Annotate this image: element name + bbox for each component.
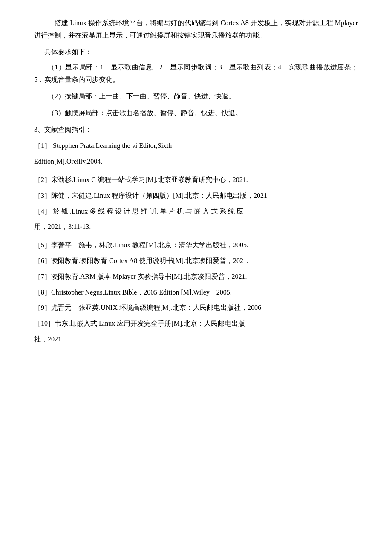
ref-2: ［2］宋劲杉.Linux C 编程一站式学习[M].北京亚嵌教育研究中心，202… [34, 174, 358, 186]
ref-1-line2: Edition[M].Oreilly,2004. [34, 156, 358, 168]
ref-10-line1: ［10］韦东山.嵌入式 Linux 应用开发完全手册[M].北京：人民邮电出版 [34, 318, 358, 330]
ref-4-line1: ［4］ 於 锋 .Linux 多 线 程 设 计 思 维 [J]. 单 片 机 … [34, 205, 358, 218]
ref-1-line1: ［1］ Stepphen Prata.Learning the vi Edito… [34, 140, 358, 152]
ref-10-line2: 社，2021. [34, 333, 358, 346]
ref-8: ［8］Christopher Negus.Linux Bible，2005 Ed… [34, 286, 358, 299]
ref-7: ［7］凌阳教育.ARM 版本 Mplayer 实验指导书[M].北京凌阳爱普，2… [34, 271, 358, 283]
paragraph-1: 搭建 Linux 操作系统环境平台，将编写好的代码烧写到 Cortex A8 开… [34, 17, 358, 42]
ref-5: ［5］李善平，施韦，林欣.Linux 教程[M].北京：清华大学出版社，2005… [34, 239, 358, 251]
ref-3: ［3］陈健，宋健建.Linux 程序设计（第四版）[M].北京：人民邮电出版，2… [34, 190, 358, 202]
paragraph-3: （1）显示局部：1．显示歌曲信息；2．显示同步歌词；3．显示歌曲列表；4．实现歌… [34, 61, 358, 86]
ref-6: ［6］凌阳教育.凌阳教育 Cortex A8 使用说明书[M].北京凌阳爱普，2… [34, 255, 358, 267]
ref-4-line2: 用，2021，3:11-13. [34, 221, 358, 233]
paragraph-4: （2）按键局部：上一曲、下一曲、暂停、静音、快进、快退。 [34, 90, 358, 103]
ref-10: ［10］韦东山.嵌入式 Linux 应用开发完全手册[M].北京：人民邮电出版 … [34, 318, 358, 346]
paragraph-5: （3）触摸屏局部：点击歌曲名播放、暂停、静音、快进、快退。 [34, 107, 358, 119]
main-content: 搭建 Linux 操作系统环境平台，将编写好的代码烧写到 Cortex A8 开… [34, 17, 358, 346]
references-section: ［1］ Stepphen Prata.Learning the vi Edito… [34, 140, 358, 345]
ref-1: ［1］ Stepphen Prata.Learning the vi Edito… [34, 140, 358, 168]
ref-4: ［4］ 於 锋 .Linux 多 线 程 设 计 思 维 [J]. 单 片 机 … [34, 205, 358, 234]
ref-9: ［9］尤晋元，张亚英.UNIX 环境高级编程[M].北京：人民邮电出版社，200… [34, 302, 358, 314]
paragraph-2: 具体要求如下： [34, 46, 358, 58]
section-heading-refs: 3、文献查阅指引： [34, 124, 358, 136]
